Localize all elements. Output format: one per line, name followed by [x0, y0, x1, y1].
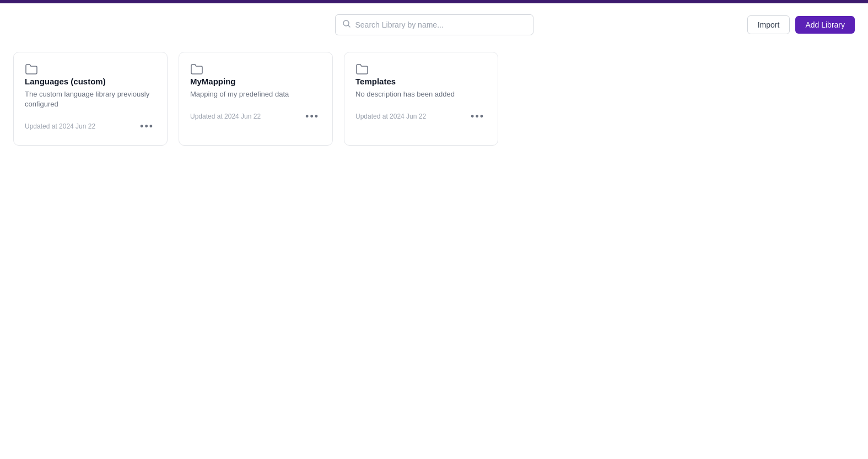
library-card-templates[interactable]: Templates No description has been added …	[344, 52, 498, 146]
library-card-languages-custom[interactable]: Languages (custom) The custom language l…	[13, 52, 168, 146]
card-updated: Updated at 2024 Jun 22	[190, 113, 261, 120]
card-updated: Updated at 2024 Jun 22	[355, 113, 426, 120]
card-title: MyMapping	[190, 77, 321, 86]
header-actions: Import Add Library	[747, 15, 855, 34]
card-more-button[interactable]: •••	[468, 110, 487, 122]
card-title: Languages (custom)	[25, 77, 156, 86]
cards-container: Languages (custom) The custom language l…	[0, 46, 868, 159]
card-more-button[interactable]: •••	[303, 110, 321, 122]
card-footer: Updated at 2024 Jun 22 •••	[190, 110, 321, 122]
header: Import Add Library	[0, 3, 868, 46]
search-icon	[342, 19, 351, 30]
folder-icon	[25, 63, 38, 74]
card-footer: Updated at 2024 Jun 22 •••	[355, 110, 487, 122]
card-title: Templates	[355, 77, 487, 86]
card-more-button[interactable]: •••	[138, 120, 156, 132]
library-card-my-mapping[interactable]: MyMapping Mapping of my predefined data …	[179, 52, 333, 146]
svg-line-1	[348, 25, 350, 28]
search-input[interactable]	[355, 20, 526, 29]
folder-icon	[355, 63, 369, 74]
card-description: Mapping of my predefined data	[190, 89, 321, 99]
card-description: The custom language library previously c…	[25, 89, 156, 109]
card-updated: Updated at 2024 Jun 22	[25, 122, 95, 130]
folder-icon	[190, 63, 203, 74]
card-description: No description has been added	[355, 89, 487, 99]
add-library-button[interactable]: Add Library	[795, 16, 855, 34]
card-footer: Updated at 2024 Jun 22 •••	[25, 120, 156, 132]
search-container	[335, 14, 533, 35]
import-button[interactable]: Import	[747, 15, 790, 34]
